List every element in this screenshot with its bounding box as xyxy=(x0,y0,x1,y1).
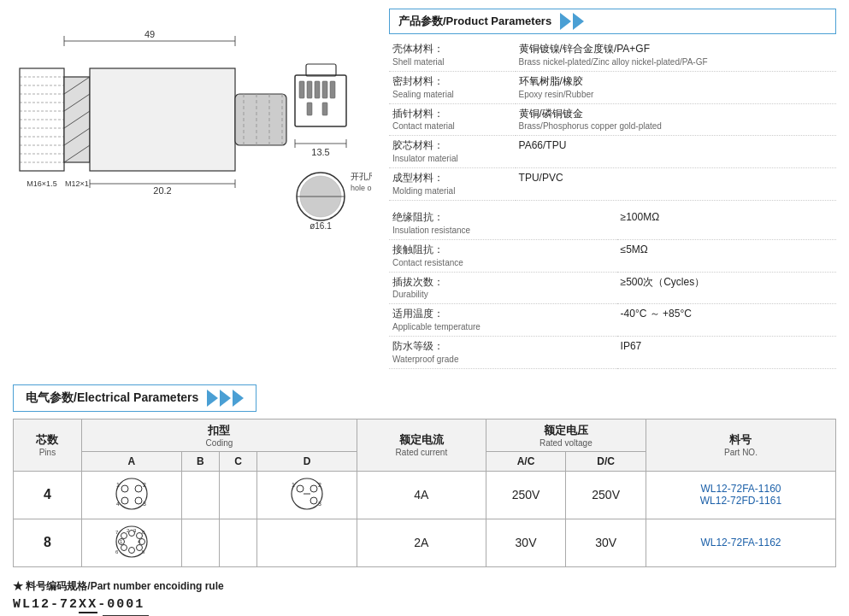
svg-text:13.5: 13.5 xyxy=(311,147,329,157)
cell-coding-c xyxy=(219,471,256,519)
svg-rect-41 xyxy=(307,103,312,115)
spec-value: IP67 xyxy=(617,337,836,369)
th-part-no: 料号 Part NO. xyxy=(646,419,835,471)
electrical-params-header: 电气参数/Electrical Parameters xyxy=(13,384,256,412)
spec-label: 防水等级： Waterproof grade xyxy=(389,337,617,369)
material-value: 黄铜镀镍/锌合金度镍/PA+GF Brass nickel-plated/Zin… xyxy=(516,39,836,71)
cell-pins: 4 xyxy=(14,471,82,519)
th-rated-voltage: 额定电压 Rated voltage xyxy=(486,419,646,451)
cell-coding-b xyxy=(181,519,219,566)
th-coding-a: A xyxy=(81,451,181,471)
svg-point-83 xyxy=(128,547,134,553)
cell-coding-d: 12 3 xyxy=(257,471,357,519)
svg-text:ø16.1: ø16.1 xyxy=(310,221,332,231)
pn-char-dash2: - xyxy=(97,597,107,613)
svg-text:hole opening size: hole opening size xyxy=(351,184,372,192)
material-row: 壳体材料： Shell material 黄铜镀镍/锌合金度镍/PA+GF Br… xyxy=(389,39,836,71)
electrical-params-section: 电气参数/Electrical Parameters 芯数 Pins 扣型 Co… xyxy=(13,384,836,567)
svg-text:3: 3 xyxy=(318,501,321,507)
spec-row: 绝缘阻抗： Insulation resistance ≥100MΩ xyxy=(389,208,836,239)
table-row: 8 78 65 14 23 2A 30V 30V WL12-72FA-1162 xyxy=(14,519,836,566)
svg-text:2: 2 xyxy=(318,482,321,488)
params-area: 产品参数/Product Parameters 壳体材料： Shell mate… xyxy=(389,9,836,369)
svg-point-84 xyxy=(136,544,142,550)
cell-dc: 250V xyxy=(566,471,646,519)
table-row: 4 12 43 12 3 4A 250V 250V WL12-72FA-1160… xyxy=(14,471,836,519)
material-value: PA66/TPU xyxy=(516,136,836,168)
spec-row: 接触阻抗： Contact resistance ≤5MΩ xyxy=(389,239,836,272)
svg-text:4: 4 xyxy=(116,501,120,507)
cell-pins: 8 xyxy=(14,519,82,566)
cell-part-no: WL12-72FA-1160WL12-72FD-1161 xyxy=(646,471,835,519)
material-label: 插针材料： Contact material xyxy=(389,103,516,136)
top-section: 49 M16×1.5 M12×1 xyxy=(13,9,836,369)
svg-point-79 xyxy=(121,532,127,538)
th-ac: A/C xyxy=(486,451,566,471)
cell-ac: 30V xyxy=(486,519,566,566)
svg-text:49: 49 xyxy=(144,29,155,39)
pn-char-2: 2 xyxy=(41,597,50,613)
header-arrows xyxy=(558,13,584,30)
spec-label: 适用温度： Applicable temperature xyxy=(389,304,617,337)
svg-rect-25 xyxy=(235,94,286,145)
pn-char-x1: X xyxy=(79,597,88,613)
material-value: 环氧树脂/橡胶 Epoxy resin/Rubber xyxy=(516,71,836,103)
cell-rated-current: 2A xyxy=(357,519,486,566)
material-label: 成型材料： Molding material xyxy=(389,168,516,201)
svg-point-68 xyxy=(310,497,317,504)
part-number-rule: ★ 料号编码规格/Part number encoiding rule W L … xyxy=(13,579,836,616)
svg-text:2: 2 xyxy=(143,482,146,488)
pn-char-x2: X xyxy=(88,597,97,613)
cell-dc: 30V xyxy=(566,519,646,566)
elec-header-arrows xyxy=(205,390,244,407)
svg-text:1: 1 xyxy=(116,482,120,488)
material-row: 成型材料： Molding material TPU/PVC xyxy=(389,168,836,201)
svg-rect-36 xyxy=(299,81,304,98)
svg-text:M12×1: M12×1 xyxy=(65,179,89,188)
material-value: 黄铜/磷铜镀金 Brass/Phosphorus copper gold-pla… xyxy=(516,103,836,136)
spec-value: ≥500次（Cycles） xyxy=(617,272,836,304)
spec-row: 防水等级： Waterproof grade IP67 xyxy=(389,337,836,369)
material-label: 胶芯材料： Insulator material xyxy=(389,136,516,168)
svg-point-80 xyxy=(128,530,134,536)
pn-char-1: 1 xyxy=(32,597,41,613)
cell-coding-c xyxy=(219,519,256,566)
specs-params-table: 绝缘阻抗： Insulation resistance ≥100MΩ 接触阻抗：… xyxy=(389,208,836,369)
pn-char-0: 0 xyxy=(107,597,116,613)
svg-rect-40 xyxy=(330,81,335,98)
th-dc: D/C xyxy=(566,451,646,471)
pn-char-w: W xyxy=(13,597,22,613)
arrow-1 xyxy=(560,13,571,30)
material-value: TPU/PVC xyxy=(516,168,836,201)
svg-text:1: 1 xyxy=(292,482,295,488)
svg-rect-38 xyxy=(315,81,320,98)
pn-char-2b: 2 xyxy=(69,597,79,613)
pn-char-0b: 0 xyxy=(116,597,126,613)
th-coding-b: B xyxy=(181,451,219,471)
material-row: 插针材料： Contact material 黄铜/磷铜镀金 Brass/Pho… xyxy=(389,103,836,136)
th-coding-c: C xyxy=(219,451,256,471)
material-row: 胶芯材料： Insulator material PA66/TPU xyxy=(389,136,836,168)
svg-point-61 xyxy=(135,497,142,504)
cell-coding-b xyxy=(181,471,219,519)
svg-point-81 xyxy=(136,532,142,538)
svg-point-58 xyxy=(121,485,128,492)
svg-point-82 xyxy=(121,544,127,550)
th-coding: 扣型 Coding xyxy=(81,419,357,451)
elec-arrow-2 xyxy=(220,390,231,407)
spec-value: ≤5MΩ xyxy=(617,239,836,272)
spec-value: -40°C ～ +85°C xyxy=(617,304,836,337)
svg-rect-37 xyxy=(307,81,312,98)
elec-arrow-3 xyxy=(233,390,244,407)
pn-char-dash1: - xyxy=(50,597,60,613)
material-params-table: 壳体材料： Shell material 黄铜镀镍/锌合金度镍/PA+GF Br… xyxy=(389,39,836,201)
svg-text:1: 1 xyxy=(120,539,123,544)
svg-point-59 xyxy=(135,485,142,492)
product-params-header: 产品参数/Product Parameters xyxy=(389,9,836,34)
cell-coding-a: 78 65 14 23 xyxy=(81,519,181,566)
electrical-table: 芯数 Pins 扣型 Coding 额定电流 Rated current 额定电… xyxy=(13,419,836,567)
svg-rect-24 xyxy=(90,68,235,171)
material-label: 壳体材料： Shell material xyxy=(389,39,516,71)
svg-text:开孔尺寸: 开孔尺寸 xyxy=(351,172,372,181)
drawing-area: 49 M16×1.5 M12×1 xyxy=(13,9,372,369)
